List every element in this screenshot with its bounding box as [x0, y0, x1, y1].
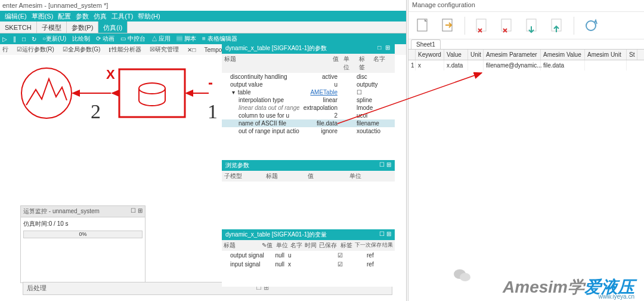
menu-config[interactable]: 配置 [55, 11, 73, 22]
btn-run[interactable]: ▷ [2, 36, 7, 42]
config-toolbar [408, 12, 644, 39]
refresh-icon[interactable] [583, 17, 599, 35]
menu-sim[interactable]: 仿真 [91, 11, 109, 22]
param-row[interactable]: linear data out of rangeextrapolationlmo… [222, 104, 395, 112]
menu-tools[interactable]: 工具(T) [109, 11, 135, 22]
btn-app[interactable]: △ 应用 [151, 35, 171, 43]
btn-pause[interactable]: ‖ [13, 36, 16, 42]
config-grid-header: Keyword Value Unit Amesim Parameter Ames… [408, 49, 644, 60]
import-icon[interactable] [439, 17, 456, 35]
btn-anim[interactable]: ⟳ 动画 [96, 35, 114, 43]
param-row[interactable]: column to use for u2ucol [222, 112, 395, 119]
btn-close-x[interactable]: ✕□ [187, 47, 196, 53]
svg-point-5 [139, 83, 165, 94]
monitor-tools[interactable]: ☐ ⊞ [131, 207, 143, 214]
param-row[interactable]: interpolation typelinearspline [222, 96, 395, 104]
svg-point-19 [460, 273, 470, 281]
sheet-tab[interactable]: Sheet1 [411, 39, 441, 49]
var-panel-header: dynamic_x_table [SIGFXA01-1]的变量 ☐ ⊞ [222, 229, 395, 240]
monitor-title: 运算监控 - unnamed_system☐ ⊞ [21, 206, 145, 217]
var-table-header: 标题 ✎值 单位 名字 时间 已保存 标签 下一次保存 结果 [222, 240, 395, 251]
param-row[interactable]: ▾ tableAMETable☐ [222, 88, 395, 96]
lbl-row: 行 [2, 45, 8, 54]
menu-edit[interactable]: 编辑(E) [2, 11, 29, 22]
param-row[interactable]: discontinuity handlingactivedisc [222, 73, 395, 81]
menu-sketch[interactable]: 草图(S) [29, 11, 56, 22]
sync-up-icon[interactable] [549, 17, 565, 35]
chk-global-params[interactable]: ☑全局参数(G) [63, 45, 100, 54]
var-row[interactable]: output signalnullu☑ref [222, 251, 395, 260]
config-title: Manage configuration [408, 0, 644, 12]
btn-update[interactable]: ○更新(U) [42, 35, 66, 43]
tab-sketch[interactable]: SKETCH [0, 22, 37, 33]
btn-script[interactable]: ▤ 脚本 [177, 35, 196, 43]
tab-parameters[interactable]: 参数(P) [67, 22, 99, 33]
port-x-label: X [106, 67, 115, 82]
sketch-canvas[interactable]: X 2 1 运算监控 - unnamed_system☐ ⊞ 仿真时间:0 / … [0, 55, 222, 246]
menu-bar: 编辑(E) 草图(S) 配置 参数 仿真 工具(T) 帮助(H) [0, 11, 406, 22]
btn-perf-analyzer[interactable]: ⫿性能分析器 [109, 45, 141, 54]
mode-tabs: SKETCH 子模型 参数(P) 仿真(i) [0, 22, 406, 33]
browse-tools[interactable]: ☐ ⊞ [379, 161, 391, 170]
diagram: X 2 1 [18, 63, 215, 124]
btn-plot[interactable]: 比绘制 [72, 35, 90, 43]
watermark-url: www.iyeya.cn [598, 293, 634, 300]
simulation-monitor-panel: 运算监控 - unnamed_system☐ ⊞ 仿真时间:0 / 10 s 0… [20, 205, 145, 283]
delete-row-icon[interactable] [499, 17, 515, 35]
window-title: enter Amesim - [unnamed_system *] [0, 0, 406, 11]
config-row-1[interactable]: 1 x x.data filename@dynamic... file.data [408, 60, 644, 70]
btn-console[interactable]: ▭ 中控台 [120, 35, 145, 43]
svg-marker-6 [185, 90, 193, 97]
param-row[interactable]: output valueuoutputty [222, 81, 395, 88]
param-table-header: 标题 值 单位 标签 名字 [222, 54, 395, 73]
chk-run-params[interactable]: ☑运行参数(R) [17, 45, 54, 54]
btn-stop[interactable]: □ [22, 36, 26, 42]
param-table-body: discontinuity handlingactivedisc output … [222, 73, 395, 135]
manage-configuration-window: Manage configuration Sheet1 Keyword Valu… [408, 0, 644, 301]
delete-icon[interactable] [473, 17, 490, 35]
btn-study-mgr[interactable]: ☒研究管理 [150, 45, 179, 54]
model-diagram-svg: X [18, 63, 215, 123]
param-panel-header: dynamic_x_table [SIGFXA01-1]的参数 □ ⊞ [222, 43, 395, 54]
sync-down-icon[interactable] [524, 17, 540, 35]
btn-reset[interactable]: ↻ [32, 36, 36, 42]
tab-submodel[interactable]: 子模型 [37, 22, 67, 33]
var-row[interactable]: input signalnullx☑ref [222, 260, 395, 269]
var-tools[interactable]: ☐ ⊞ [379, 231, 391, 239]
progress-bar: 0% [23, 231, 143, 238]
browse-panel-header: 浏览参数 ☐ ⊞ [222, 160, 395, 171]
new-sheet-icon[interactable] [414, 17, 431, 35]
param-row[interactable]: out of range input actionignorexoutactio [222, 127, 395, 135]
panel-tools[interactable]: □ ⊞ [377, 44, 391, 53]
sim-time-label: 仿真时间:0 / 10 s [23, 220, 143, 228]
wechat-icon [453, 268, 471, 284]
menu-params[interactable]: 参数 [73, 11, 91, 22]
btn-table-editor[interactable]: ≡ 表格编辑器 [202, 35, 237, 43]
port-number-1: 1 [208, 100, 218, 123]
svg-marker-3 [111, 90, 119, 97]
svg-marker-1 [72, 90, 80, 97]
menu-help[interactable]: 帮助(H) [135, 11, 162, 22]
port-number-2: 2 [91, 100, 101, 123]
param-row[interactable]: name of ASCII filefile.datafilename [222, 119, 395, 127]
tab-simulation[interactable]: 仿真(i) [98, 22, 128, 33]
